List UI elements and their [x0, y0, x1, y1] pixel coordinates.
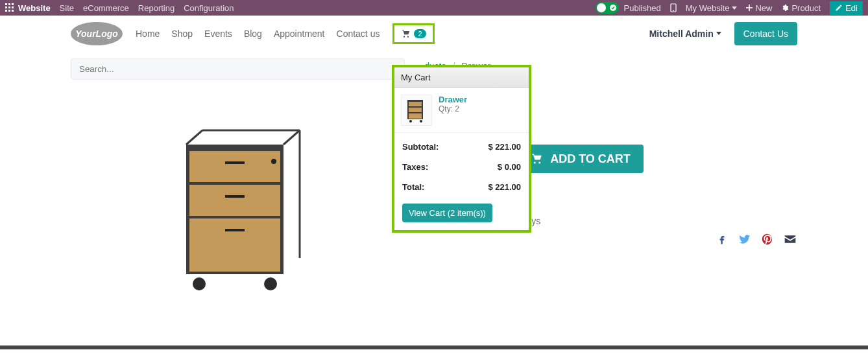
pencil-icon	[835, 4, 843, 12]
nav-links: Home Shop Events Blog Appointment Contac…	[136, 29, 380, 39]
publish-toggle[interactable]: Published	[596, 2, 661, 14]
caret-down-icon	[732, 6, 737, 10]
cart-item-name[interactable]: Drawer	[439, 95, 467, 104]
cart-popup-header: My Cart	[394, 67, 529, 88]
svg-rect-20	[225, 229, 245, 231]
svg-point-22	[193, 277, 206, 290]
app-brand[interactable]: Website	[5, 3, 51, 13]
apps-icon	[5, 3, 14, 12]
nav-contact[interactable]: Contact us	[337, 29, 380, 39]
admin-menu-site[interactable]: Site	[60, 3, 74, 13]
facebook-icon[interactable]	[716, 233, 729, 250]
svg-rect-1	[8, 3, 10, 5]
user-dropdown[interactable]: Mitchell Admin	[649, 29, 721, 39]
svg-point-32	[409, 120, 412, 123]
plus-icon	[746, 5, 753, 11]
svg-rect-3	[5, 6, 7, 8]
email-icon[interactable]	[783, 233, 797, 250]
gear-icon	[781, 4, 789, 12]
product-label: Product	[791, 3, 821, 13]
mywebsite-label: My Website	[686, 3, 730, 13]
twitter-icon[interactable]	[738, 233, 752, 250]
share-row	[424, 233, 797, 250]
admin-menu-ecommerce[interactable]: eCommerce	[83, 3, 129, 13]
nav-home[interactable]: Home	[136, 29, 160, 39]
product-settings[interactable]: Product	[781, 3, 821, 13]
website-switcher[interactable]: My Website	[686, 3, 738, 13]
app-brand-label: Website	[18, 3, 51, 13]
subtotal-value: $ 221.00	[488, 142, 521, 152]
taxes-value: $ 0.00	[498, 162, 521, 172]
svg-rect-8	[12, 10, 14, 12]
new-label: New	[755, 3, 772, 13]
cart-item-qty: Qty: 2	[439, 104, 467, 113]
admin-menu-reporting[interactable]: Reporting	[138, 3, 175, 13]
cart-item-thumbnail	[401, 95, 432, 126]
svg-line-25	[283, 130, 300, 145]
caret-down-icon	[716, 32, 721, 35]
cart-icon	[401, 29, 411, 38]
svg-rect-7	[8, 10, 10, 12]
drawer-illustration	[167, 125, 309, 300]
search-input[interactable]	[71, 58, 405, 80]
cart-totals: Subtotal: $ 221.00 Taxes: $ 0.00 Total: …	[394, 133, 529, 201]
admin-bar: Website Site eCommerce Reporting Configu…	[0, 0, 868, 16]
cart-icon	[531, 153, 544, 165]
svg-line-24	[186, 130, 202, 145]
cart-item: Drawer Qty: 2	[394, 88, 529, 133]
user-name: Mitchell Admin	[649, 29, 714, 39]
svg-rect-31	[409, 113, 422, 119]
mobile-preview[interactable]	[670, 3, 677, 12]
svg-rect-18	[225, 161, 245, 164]
subtotal-label: Subtotal:	[402, 142, 439, 152]
total-label: Total:	[402, 182, 424, 192]
admin-menu-configuration[interactable]: Configuration	[184, 3, 234, 13]
logo-text: YourLogo	[75, 29, 118, 39]
svg-point-23	[264, 277, 277, 290]
cart-link[interactable]: 2	[392, 23, 434, 44]
svg-rect-5	[12, 6, 14, 8]
svg-rect-29	[409, 102, 422, 106]
edit-label: Edi	[845, 3, 858, 13]
product-image	[125, 99, 352, 326]
nav-shop[interactable]: Shop	[171, 29, 193, 39]
toggle-on-icon	[596, 2, 619, 14]
nav-blog[interactable]: Blog	[244, 29, 262, 39]
add-to-cart-label: ADD TO CART	[550, 152, 631, 166]
site-navbar: YourLogo Home Shop Events Blog Appointme…	[71, 16, 797, 52]
edit-button[interactable]: Edi	[830, 1, 863, 15]
add-to-cart-button[interactable]: ADD TO CART	[518, 145, 644, 173]
svg-point-33	[420, 120, 422, 123]
svg-rect-19	[225, 195, 245, 198]
view-cart-button[interactable]: View Cart (2 item(s))	[402, 204, 492, 222]
svg-rect-15	[189, 151, 280, 182]
nav-appointment[interactable]: Appointment	[274, 29, 325, 39]
cart-count-badge: 2	[414, 29, 426, 38]
svg-point-21	[271, 159, 276, 164]
nav-events[interactable]: Events	[204, 29, 232, 39]
published-label: Published	[624, 3, 661, 13]
svg-rect-0	[5, 3, 7, 5]
svg-rect-6	[5, 10, 7, 12]
svg-rect-4	[8, 6, 10, 8]
taxes-label: Taxes:	[402, 162, 428, 172]
pinterest-icon[interactable]	[761, 233, 774, 250]
footer-divider	[0, 345, 868, 349]
contact-us-button[interactable]: Contact Us	[734, 22, 797, 45]
svg-rect-30	[409, 108, 422, 112]
site-logo[interactable]: YourLogo	[71, 22, 123, 45]
total-value: $ 221.00	[488, 182, 521, 192]
svg-rect-16	[189, 185, 280, 216]
mobile-icon	[670, 3, 677, 12]
cart-popup: My Cart Drawer Qty: 2 Subtotal: $ 221.00…	[392, 65, 531, 233]
new-button[interactable]: New	[746, 3, 772, 13]
svg-rect-2	[12, 3, 14, 5]
svg-rect-17	[189, 218, 280, 272]
